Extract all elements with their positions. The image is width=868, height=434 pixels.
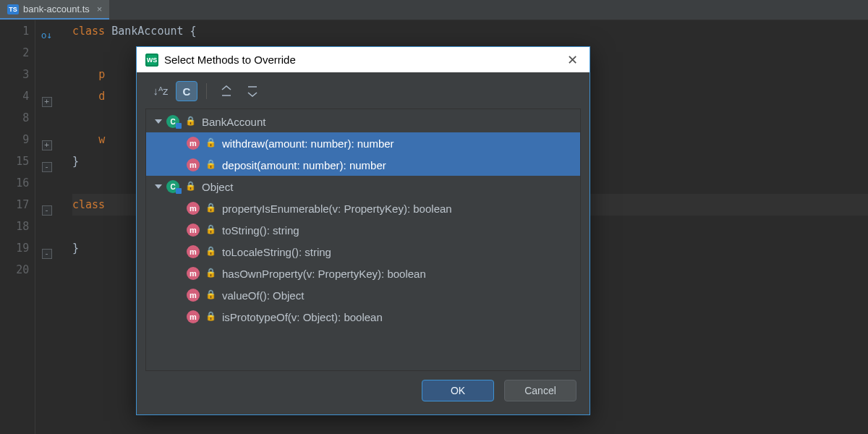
line-number: 18 — [0, 216, 29, 237]
fold-marker[interactable]: + — [35, 133, 58, 155]
tree-method-node[interactable]: m🔒withdraw(amount: number): number — [146, 132, 580, 154]
method-icon: m — [187, 224, 200, 237]
tree-class-node[interactable]: C🔒BankAccount — [146, 111, 580, 132]
lock-icon: 🔒 — [205, 246, 216, 256]
tree-node-label: Object — [202, 181, 233, 193]
tree-node-label: deposit(amount: number): number — [222, 159, 386, 171]
ok-button[interactable]: OK — [422, 380, 494, 401]
tree-method-node[interactable]: m🔒hasOwnProperty(v: PropertyKey): boolea… — [146, 263, 580, 284]
line-number-gutter: 123489151617181920 — [0, 20, 35, 434]
dialog-title-text: Select Methods to Override — [164, 54, 296, 66]
tree-method-node[interactable]: m🔒deposit(amount: number): number — [146, 154, 580, 176]
tree-method-node[interactable]: m🔒valueOf(): Object — [146, 284, 580, 306]
tree-class-node[interactable]: C🔒Object — [146, 176, 580, 197]
lock-icon: 🔒 — [185, 181, 196, 191]
collapse-all-button[interactable] — [242, 81, 263, 101]
tree-method-node[interactable]: m🔒toLocaleString(): string — [146, 241, 580, 263]
tree-node-label: hasOwnProperty(v: PropertyKey): boolean — [222, 268, 426, 280]
chevron-down-icon[interactable] — [155, 184, 162, 189]
line-number: 16 — [0, 172, 29, 194]
method-icon: m — [187, 158, 200, 171]
lock-icon: 🔒 — [205, 159, 216, 169]
tab-filename: bank-account.ts — [23, 4, 90, 14]
method-icon: m — [187, 310, 200, 323]
lock-icon: 🔒 — [205, 203, 216, 213]
code-line[interactable]: class BankAccount { — [72, 20, 868, 42]
fold-marker[interactable] — [35, 111, 58, 133]
line-number: 4 — [0, 85, 29, 107]
tree-node-label: valueOf(): Object — [222, 289, 304, 302]
line-number: 3 — [0, 64, 29, 85]
cancel-button[interactable]: Cancel — [504, 380, 576, 401]
line-number: 20 — [0, 259, 29, 281]
lock-icon: 🔒 — [205, 289, 216, 299]
fold-marker[interactable]: - — [35, 155, 58, 176]
expand-all-icon — [221, 85, 232, 97]
tree-node-label: toLocaleString(): string — [222, 246, 331, 258]
line-number: 15 — [0, 150, 29, 172]
sort-alpha-button[interactable]: ↓ᴬz — [150, 81, 171, 101]
override-gutter-icon[interactable]: o↓ — [41, 25, 53, 46]
tab-bar: TS bank-account.ts × — [0, 0, 868, 20]
line-number: 8 — [0, 107, 29, 129]
lock-icon: 🔒 — [205, 137, 216, 148]
line-number: 17 — [0, 194, 29, 216]
tree-node-label: toString(): string — [222, 224, 299, 237]
line-number: 1 — [0, 20, 29, 42]
lock-icon: 🔒 — [205, 268, 216, 278]
fold-marker[interactable] — [35, 176, 58, 198]
fold-marker[interactable] — [35, 68, 58, 90]
toolbar-separator — [206, 83, 207, 99]
method-icon: m — [187, 245, 200, 258]
collapse-all-icon — [247, 85, 258, 97]
fold-marker[interactable]: - — [35, 198, 58, 220]
fold-marker[interactable]: - — [35, 242, 58, 263]
line-number: 19 — [0, 237, 29, 259]
file-tab[interactable]: TS bank-account.ts × — [0, 0, 109, 20]
fold-column: o↓ + +- - - — [35, 20, 58, 434]
class-icon: C — [166, 115, 179, 128]
lock-icon: 🔒 — [205, 311, 216, 321]
fold-marker[interactable]: + — [35, 90, 58, 111]
line-number: 9 — [0, 129, 29, 150]
fold-marker[interactable] — [35, 220, 58, 242]
method-icon: m — [187, 267, 200, 280]
tree-method-node[interactable]: m🔒isPrototypeOf(v: Object): boolean — [146, 306, 580, 328]
dialog-titlebar: WS Select Methods to Override ✕ — [137, 47, 590, 72]
typescript-badge-icon: TS — [7, 4, 19, 14]
tree-method-node[interactable]: m🔒toString(): string — [146, 219, 580, 241]
dialog-button-bar: OK Cancel — [137, 380, 590, 414]
tree-node-label: BankAccount — [202, 116, 265, 128]
lock-icon: 🔒 — [205, 224, 216, 234]
copy-jsdoc-button[interactable]: C — [176, 81, 197, 101]
fold-marker[interactable]: o↓ — [35, 20, 58, 46]
method-icon: m — [187, 202, 200, 215]
fold-marker[interactable] — [35, 263, 58, 285]
method-icon: m — [187, 137, 200, 150]
expand-all-button[interactable] — [216, 81, 237, 101]
chevron-down-icon[interactable] — [155, 119, 162, 124]
tree-node-label: isPrototypeOf(v: Object): boolean — [222, 311, 383, 323]
method-tree[interactable]: C🔒BankAccountm🔒withdraw(amount: number):… — [145, 109, 581, 371]
line-number: 2 — [0, 42, 29, 64]
override-methods-dialog: WS Select Methods to Override ✕ ↓ᴬz C C🔒… — [136, 46, 590, 415]
close-icon[interactable]: × — [97, 4, 103, 14]
tree-node-label: propertyIsEnumerable(v: PropertyKey): bo… — [222, 203, 452, 215]
webstorm-icon: WS — [145, 54, 158, 67]
dialog-toolbar: ↓ᴬz C — [137, 72, 590, 109]
method-icon: m — [187, 289, 200, 302]
tree-node-label: withdraw(amount: number): number — [222, 137, 394, 150]
tree-method-node[interactable]: m🔒propertyIsEnumerable(v: PropertyKey): … — [146, 197, 580, 219]
lock-icon: 🔒 — [185, 116, 196, 126]
close-icon[interactable]: ✕ — [564, 54, 581, 67]
fold-marker[interactable] — [35, 46, 58, 68]
class-icon: C — [166, 180, 179, 193]
